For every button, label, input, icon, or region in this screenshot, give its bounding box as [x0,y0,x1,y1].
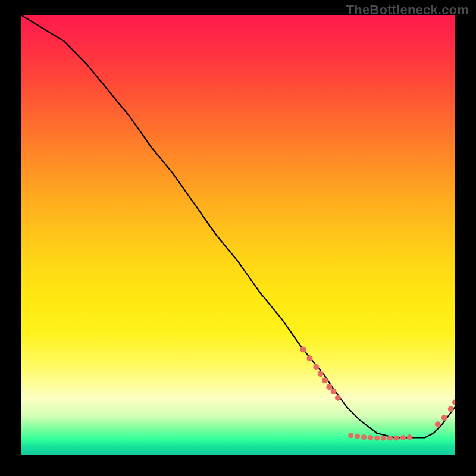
marker-point [322,377,328,383]
marker-group-dense [300,346,341,400]
marker-point [448,406,454,412]
marker-point [306,355,312,361]
marker-point [331,389,337,394]
marker-point [435,421,441,427]
marker-point [335,395,341,401]
marker-point [318,371,324,377]
plot-area [21,15,455,455]
marker-point [394,436,399,441]
marker-point [348,433,353,438]
chart-frame: TheBottleneck.com [0,0,476,476]
marker-point [374,436,380,441]
curve-line [21,15,455,437]
marker-point [381,436,386,441]
marker-point [313,364,319,370]
watermark-label: TheBottleneck.com [346,2,469,18]
marker-point [368,435,373,440]
marker-point [326,384,332,390]
marker-point [355,434,360,439]
marker-point [387,436,393,441]
marker-point [400,435,406,440]
marker-point [452,399,455,405]
marker-point [300,346,306,352]
marker-point [441,415,447,421]
marker-point [407,434,412,440]
marker-point [361,434,367,440]
marker-group-rise [435,399,455,427]
chart-overlay [21,15,455,455]
